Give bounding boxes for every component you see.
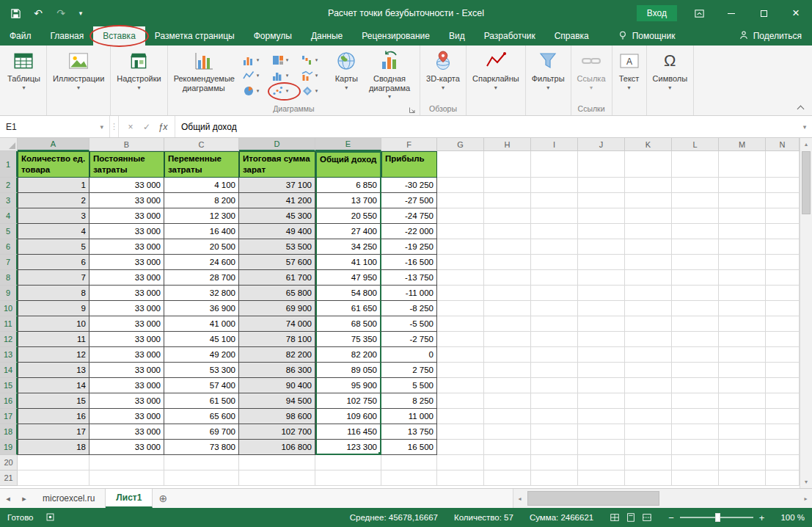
cell-E10[interactable]: 61 650 [315,301,381,316]
cell-E7[interactable]: 41 100 [315,255,381,270]
cell-J14[interactable] [578,363,625,378]
cell-G5[interactable] [437,224,484,239]
cell-N19[interactable] [766,440,800,455]
cell-H6[interactable] [484,239,531,255]
dialog-launcher-icon[interactable] [409,106,416,114]
cell-F21[interactable] [381,470,437,486]
cell-H5[interactable] [484,224,531,239]
cell-N15[interactable] [766,378,800,393]
addins-button[interactable]: Надстройки ▾ [113,47,164,104]
cell-L20[interactable] [672,455,719,470]
cell-M3[interactable] [719,193,766,208]
cell-H17[interactable] [484,409,531,424]
chevron-down-icon[interactable]: ▾ [92,123,103,131]
cell-H15[interactable] [484,378,531,393]
cell-N11[interactable] [766,316,800,332]
scroll-down-icon[interactable]: ▾ [800,476,812,488]
column-header-D[interactable]: D [239,138,315,151]
macro-record-icon[interactable] [45,512,55,523]
cell-B9[interactable]: 33 000 [89,286,164,301]
cell-J18[interactable] [578,424,625,440]
cell-F6[interactable]: -19 250 [381,239,437,255]
cell-A1[interactable]: Количество ед. товара [18,151,89,178]
cell-I8[interactable] [531,270,578,286]
cell-G10[interactable] [437,301,484,316]
cell-B10[interactable]: 33 000 [89,301,164,316]
cell-I4[interactable] [531,208,578,224]
cell-K17[interactable] [625,409,672,424]
cell-C20[interactable] [164,455,239,470]
cell-J10[interactable] [578,301,625,316]
column-header-E[interactable]: E [315,138,381,151]
tab-home[interactable]: Главная [41,26,94,46]
tab-view[interactable]: Вид [439,26,475,46]
cell-N5[interactable] [766,224,800,239]
cell-A16[interactable]: 15 [18,393,89,409]
cell-J19[interactable] [578,440,625,455]
tab-formulas[interactable]: Формулы [244,26,301,46]
cell-G9[interactable] [437,286,484,301]
column-header-B[interactable]: B [89,138,164,151]
cell-D5[interactable]: 49 400 [239,224,315,239]
page-layout-view-icon[interactable] [626,512,636,523]
cell-K10[interactable] [625,301,672,316]
column-header-M[interactable]: M [719,138,766,151]
share-button[interactable]: Поделиться [739,26,812,46]
cell-C7[interactable]: 24 600 [164,255,239,270]
cell-L13[interactable] [672,347,719,363]
cell-I14[interactable] [531,363,578,378]
cell-C11[interactable]: 41 000 [164,316,239,332]
cell-K15[interactable] [625,378,672,393]
cell-N21[interactable] [766,470,800,486]
cell-N10[interactable] [766,301,800,316]
cell-M14[interactable] [719,363,766,378]
column-header-J[interactable]: J [578,138,625,151]
cell-N9[interactable] [766,286,800,301]
cell-I7[interactable] [531,255,578,270]
cell-C19[interactable]: 73 800 [164,440,239,455]
cell-M12[interactable] [719,332,766,347]
horizontal-scroll-thumb[interactable] [527,491,659,506]
sheet-tab-2[interactable]: Лист1 [106,489,153,508]
insert-function-button[interactable]: ƒx [156,122,169,132]
cell-E20[interactable] [315,455,381,470]
cell-I1[interactable] [531,151,578,178]
vertical-scroll-thumb[interactable] [802,151,811,214]
cell-M9[interactable] [719,286,766,301]
cell-N18[interactable] [766,424,800,440]
insert-scatter-chart-button[interactable]: ▾ [270,84,299,99]
cell-A15[interactable]: 14 [18,378,89,393]
cell-E21[interactable] [315,470,381,486]
cell-F10[interactable]: -8 250 [381,301,437,316]
cell-H12[interactable] [484,332,531,347]
cell-J3[interactable] [578,193,625,208]
pivot-chart-button[interactable]: Сводная диаграмма ▾ [362,47,417,104]
cell-F1[interactable]: Прибыль [381,151,437,178]
cell-B14[interactable]: 33 000 [89,363,164,378]
cell-G18[interactable] [437,424,484,440]
cell-C17[interactable]: 65 600 [164,409,239,424]
zoom-slider[interactable] [680,517,753,518]
cell-L2[interactable] [672,178,719,193]
cell-D7[interactable]: 57 600 [239,255,315,270]
cell-N14[interactable] [766,363,800,378]
cell-H3[interactable] [484,193,531,208]
cell-I17[interactable] [531,409,578,424]
cell-C6[interactable]: 20 500 [164,239,239,255]
tab-review[interactable]: Рецензирование [352,26,439,46]
cell-K2[interactable] [625,178,672,193]
cell-J21[interactable] [578,470,625,486]
cell-B15[interactable]: 33 000 [89,378,164,393]
cell-B3[interactable]: 33 000 [89,193,164,208]
row-header-6[interactable]: 6 [0,239,18,255]
cell-A8[interactable]: 7 [18,270,89,286]
cell-F11[interactable]: -5 500 [381,316,437,332]
undo-icon[interactable]: ↶ [32,7,45,20]
cell-H20[interactable] [484,455,531,470]
zoom-slider-thumb[interactable] [715,513,720,522]
cell-J2[interactable] [578,178,625,193]
recommended-charts-button[interactable]: Рекомендуемые диаграммы [170,47,238,104]
cell-A3[interactable]: 2 [18,193,89,208]
cell-I6[interactable] [531,239,578,255]
cell-I15[interactable] [531,378,578,393]
